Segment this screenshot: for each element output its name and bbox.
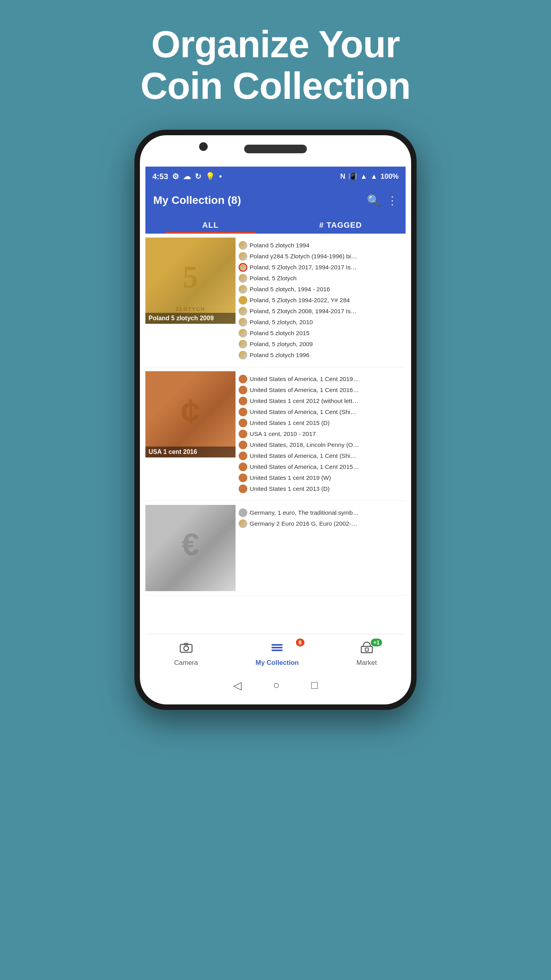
match-row: Germany, 1 euro, The traditional symbol … <box>239 507 402 518</box>
match-text: Poland 5 zlotych 1996 <box>250 352 310 359</box>
coin-label-poland: Poland 5 zlotych 2009 <box>145 313 236 324</box>
match-text: United States of America, 1 Cent 2015, C… <box>250 463 359 470</box>
home-button[interactable]: ○ <box>273 679 280 692</box>
match-dot <box>239 263 247 272</box>
match-row: Poland, 5 Zlotych 1994-2022, Y# 284 <box>239 295 402 306</box>
match-dot <box>239 397 247 405</box>
match-row: United States 1 cent 2012 (without lette… <box>239 396 402 407</box>
gear-icon: ⚙ <box>172 172 179 181</box>
speaker <box>244 145 307 153</box>
phone-wrapper: 4:53 ⚙ ☁ ↻ 💡 • N 📳 ▲ ▲ 100% <box>134 130 417 710</box>
time: 4:53 <box>152 172 168 181</box>
screen: 4:53 ⚙ ☁ ↻ 💡 • N 📳 ▲ ▲ 100% <box>145 167 406 673</box>
vibrate-icon: 📳 <box>348 172 357 181</box>
match-text: Poland, 5 Zlotych 1994-2022, Y# 284 <box>250 297 350 304</box>
match-dot <box>239 441 247 449</box>
match-dot <box>239 485 247 493</box>
bottom-nav-collection[interactable]: My Collection 8 <box>256 641 299 667</box>
match-text: United States 1 cent 2012 (without lette… <box>250 397 359 405</box>
match-row: Poland, 5 zlotych, 2010 <box>239 317 402 328</box>
phone-inner: 4:53 ⚙ ☁ ↻ 💡 • N 📳 ▲ ▲ 100% <box>140 135 411 704</box>
bulb-icon: 💡 <box>205 172 215 181</box>
coin-item-germany[interactable]: Germany, 1 euro, The traditional symbol … <box>145 501 406 595</box>
app-bar: My Collection (8) 🔍 ⋮ <box>145 186 406 214</box>
match-text: United States of America, 1 Cent (Shield… <box>250 408 359 416</box>
match-text: Poland, 5 Zlotych <box>250 275 297 282</box>
search-icon[interactable]: 🔍 <box>367 194 381 207</box>
more-icon[interactable]: ⋮ <box>387 194 398 207</box>
match-row: Poland 5 zlotych, 1994 - 2016 <box>239 284 402 295</box>
match-text: USA 1 cent, 2010 - 2017 <box>250 430 316 437</box>
phone-nav-buttons: ◁ ○ □ <box>233 679 318 692</box>
headline-line1: Organize Your <box>151 23 400 65</box>
match-text: Poland 5 zlotych 2015 <box>250 330 310 337</box>
match-row: United States 1 cent 2019 (W) <box>239 472 402 483</box>
match-text: Poland, 5 zlotych, 2009 <box>250 341 313 348</box>
bottom-nav-camera[interactable]: Camera <box>174 641 198 667</box>
collection-icon <box>270 641 284 657</box>
match-dot <box>239 408 247 416</box>
coin-matches-poland: Poland 5 zlotych 1994 Poland y284 5 Zlot… <box>236 238 406 363</box>
match-dot <box>239 419 247 427</box>
headline-line2: Coin Collection <box>141 65 411 107</box>
match-text: Poland, 5 zlotych, 2010 <box>250 319 313 326</box>
tabs: ALL # TAGGED <box>145 214 406 234</box>
bottom-nav: Camera My Collection 8 <box>145 634 406 673</box>
market-label: Market <box>357 659 377 667</box>
match-text: Poland y284 5 Zlotych (1994-1996) bime..… <box>250 253 359 260</box>
coin-image-usa: USA 1 cent 2016 <box>145 371 236 457</box>
match-row: United States of America, 1 Cent (Shield… <box>239 450 402 461</box>
match-text: United States of America, 1 Cent (Shield… <box>250 452 359 459</box>
match-text: United States of America, 1 Cent 2016 D,… <box>250 387 359 394</box>
signal-icon: ▲ <box>370 172 377 181</box>
match-text: Poland 5 zlotych 1994 <box>250 242 310 249</box>
app-bar-title: My Collection (8) <box>153 194 241 207</box>
camera-label: Camera <box>174 659 198 667</box>
match-dot <box>239 519 247 528</box>
bottom-nav-market[interactable]: Market +1 <box>357 641 377 667</box>
coin-item-poland[interactable]: Poland 5 zlotych 2009 Poland 5 zlotych 1… <box>145 234 406 367</box>
match-row: United States of America, 1 Cent 2015, C… <box>239 461 402 472</box>
match-row: Poland, 5 zlotych, 2009 <box>239 339 402 350</box>
back-button[interactable]: ◁ <box>233 679 242 692</box>
tab-all[interactable]: ALL <box>145 214 276 234</box>
status-left: 4:53 ⚙ ☁ ↻ 💡 • <box>152 172 222 181</box>
status-right: N 📳 ▲ ▲ 100% <box>340 172 399 181</box>
svg-rect-6 <box>361 646 372 653</box>
match-text: United States, 2018, Lincoln Penny (One-… <box>250 441 359 448</box>
match-row: United States of America, 1 Cent 2016 D,… <box>239 385 402 396</box>
match-text: United States 1 cent 2015 (D) <box>250 419 330 426</box>
match-dot <box>239 375 247 383</box>
refresh-icon: ↻ <box>195 172 201 181</box>
match-row: Poland, 5 Zlotych 2017, 1994-2017 Issue.… <box>239 262 402 273</box>
recents-button[interactable]: □ <box>311 679 318 692</box>
match-text: Germany 2 Euro 2016 G, Euro (2002-pres..… <box>250 520 359 527</box>
cloud-icon: ☁ <box>183 172 191 181</box>
match-dot <box>239 430 247 438</box>
match-row: United States 1 cent 2015 (D) <box>239 417 402 428</box>
match-row: Poland 5 zlotych 2015 <box>239 328 402 339</box>
svg-rect-3 <box>272 644 283 646</box>
match-text: United States 1 cent 2013 (D) <box>250 485 330 492</box>
coin-list: Poland 5 zlotych 2009 Poland 5 zlotych 1… <box>145 234 406 631</box>
match-dot <box>239 329 247 338</box>
match-text: Poland, 5 Zlotych 2008, 1994-2017 Issue.… <box>250 308 359 315</box>
coin-item-usa[interactable]: USA 1 cent 2016 United States of America… <box>145 367 406 501</box>
match-dot <box>239 386 247 394</box>
collection-label: My Collection <box>256 659 299 667</box>
status-bar: 4:53 ⚙ ☁ ↻ 💡 • N 📳 ▲ ▲ 100% <box>145 167 406 186</box>
match-row: Poland y284 5 Zlotych (1994-1996) bime..… <box>239 251 402 262</box>
match-dot <box>239 241 247 250</box>
match-row: USA 1 cent, 2010 - 2017 <box>239 428 402 439</box>
coin-matches-usa: United States of America, 1 Cent 2019, C… <box>236 371 406 497</box>
match-dot <box>239 307 247 316</box>
match-text: Poland 5 zlotych, 1994 - 2016 <box>250 286 330 293</box>
match-text: United States 1 cent 2019 (W) <box>250 474 331 481</box>
match-text: Poland, 5 Zlotych 2017, 1994-2017 Issue.… <box>250 264 359 271</box>
market-badge: +1 <box>371 639 382 646</box>
phone-frame: 4:53 ⚙ ☁ ↻ 💡 • N 📳 ▲ ▲ 100% <box>134 130 417 710</box>
svg-rect-5 <box>272 650 283 651</box>
camera-icon <box>179 641 193 657</box>
wifi-icon: ▲ <box>360 172 367 181</box>
tab-tagged[interactable]: # TAGGED <box>276 214 406 234</box>
